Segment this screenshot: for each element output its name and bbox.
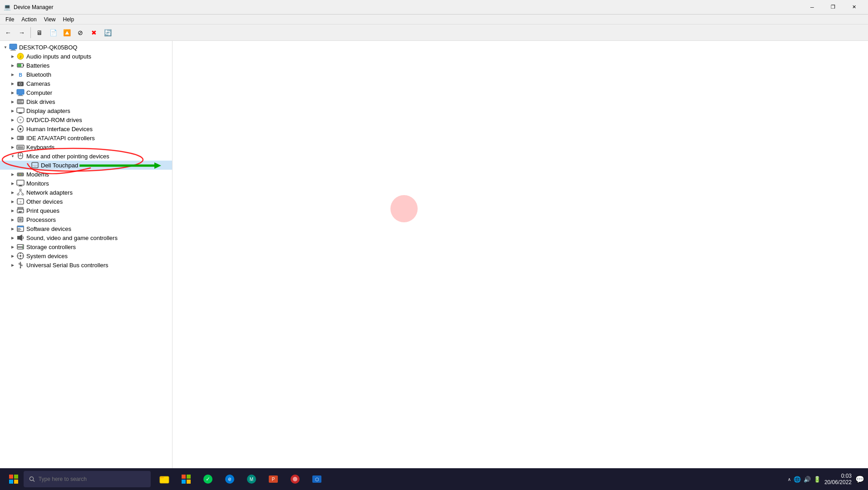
taskbar-file-explorer[interactable] — [154, 469, 174, 489]
search-bar[interactable] — [24, 471, 151, 487]
keyboards-label: Keyboards — [26, 144, 54, 151]
cameras-expander[interactable]: ▶ — [9, 80, 16, 87]
svg-line-95 — [33, 480, 35, 481]
tree-item-dell-touchpad[interactable]: ▶ Dell Touchpad — [0, 161, 172, 170]
back-button[interactable]: ← — [2, 26, 15, 39]
ide-expander[interactable]: ▶ — [9, 134, 16, 142]
disable-button[interactable]: ⊘ — [74, 26, 87, 39]
start-button[interactable] — [4, 469, 24, 489]
svg-rect-20 — [18, 113, 23, 114]
uninstall-button[interactable]: ✖ — [88, 26, 100, 39]
cameras-icon — [16, 79, 25, 88]
tree-item-computer[interactable]: ▶ Computer — [0, 88, 172, 97]
svg-point-94 — [30, 477, 33, 480]
modems-expander[interactable]: ▶ — [9, 171, 16, 178]
sound-expander[interactable]: ▶ — [9, 234, 16, 241]
usb-label: Universal Serial Bus controllers — [26, 262, 108, 269]
search-icon — [29, 476, 35, 482]
display-icon — [16, 107, 25, 115]
tree-item-dvd[interactable]: ▶ DVD/CD-ROM drives — [0, 115, 172, 124]
taskbar-store[interactable] — [176, 469, 196, 489]
other-expander[interactable]: ▶ — [9, 198, 16, 205]
system-expander[interactable]: ▶ — [9, 252, 16, 260]
tree-item-storage[interactable]: ▶ Storage controllers — [0, 242, 172, 251]
network-icon — [16, 188, 25, 196]
tree-item-network[interactable]: ▶ Network adapters — [0, 188, 172, 197]
tree-item-mice[interactable]: ▼ Mice and other pointing devices — [0, 152, 172, 161]
root-expander[interactable]: ▼ — [2, 44, 9, 51]
search-input[interactable] — [39, 476, 145, 482]
svg-rect-6 — [23, 64, 24, 66]
processors-icon — [16, 216, 25, 224]
close-button[interactable]: ✕ — [843, 0, 864, 15]
display-adapters-expander[interactable]: ▶ — [9, 107, 16, 114]
tree-item-display-adapters[interactable]: ▶ Display adapters — [0, 106, 172, 115]
taskbar-record[interactable] — [285, 469, 305, 489]
taskbar-edge[interactable]: e — [220, 469, 240, 489]
mice-expander[interactable]: ▼ — [9, 152, 16, 160]
menu-file[interactable]: File — [2, 15, 18, 24]
tree-item-usb[interactable]: ▶ Universal Serial Bus controllers — [0, 260, 172, 270]
tree-item-bluetooth[interactable]: ▶ ʙ Bluetooth — [0, 70, 172, 79]
computer-label: Computer — [26, 89, 52, 96]
tray-chevron[interactable]: ∧ — [788, 477, 791, 482]
tree-item-batteries[interactable]: ▶ Batteries — [0, 61, 172, 70]
print-expander[interactable]: ▶ — [9, 207, 16, 214]
tree-item-ide[interactable]: ▶ IDE ATA/ATAPI controllers — [0, 133, 172, 142]
tree-root[interactable]: ▼ DESKTOP-QK05BOQ — [0, 43, 172, 52]
scan-button[interactable]: 🔄 — [101, 26, 114, 39]
modems-icon — [16, 170, 25, 178]
taskbar-powerpoint[interactable]: P — [263, 469, 283, 489]
hid-expander[interactable]: ▶ — [9, 125, 16, 132]
tree-item-software[interactable]: ▶ Software devices — [0, 224, 172, 233]
svg-rect-99 — [182, 480, 186, 484]
processors-label: Processors — [26, 216, 56, 223]
dvd-expander[interactable]: ▶ — [9, 116, 16, 123]
taskbar-app-blue[interactable]: ⬡ — [307, 469, 327, 489]
menu-action[interactable]: Action — [18, 15, 40, 24]
menu-help[interactable]: Help — [59, 15, 78, 24]
batteries-expander[interactable]: ▶ — [9, 62, 16, 69]
tree-item-sound[interactable]: ▶ Sound, video and game controllers — [0, 233, 172, 242]
tree-item-other[interactable]: ▶ ? Other devices — [0, 197, 172, 206]
tree-item-modems[interactable]: ▶ Modems — [0, 170, 172, 179]
tree-item-print[interactable]: ▶ Print queues — [0, 206, 172, 215]
tree-item-keyboards[interactable]: ▶ Keyboards — [0, 142, 172, 152]
tree-item-disk-drives[interactable]: ▶ Disk drives — [0, 97, 172, 106]
computer-button[interactable]: 🖥 — [33, 26, 46, 39]
notification-icon[interactable]: 💬 — [855, 475, 864, 484]
processors-expander[interactable]: ▶ — [9, 216, 16, 223]
storage-expander[interactable]: ▶ — [9, 243, 16, 250]
monitors-expander[interactable]: ▶ — [9, 180, 16, 187]
bluetooth-expander[interactable]: ▶ — [9, 71, 16, 78]
tray-volume-icon[interactable]: 🔊 — [804, 476, 811, 483]
software-expander[interactable]: ▶ — [9, 225, 16, 232]
app-icon: 💻 — [4, 4, 11, 11]
network-expander[interactable]: ▶ — [9, 189, 16, 196]
taskbar-clock[interactable]: 0:03 20/06/2022 — [824, 473, 852, 485]
tree-item-monitors[interactable]: ▶ Monitors — [0, 179, 172, 188]
keyboards-expander[interactable]: ▶ — [9, 143, 16, 151]
tree-item-system[interactable]: ▶ System devices — [0, 251, 172, 260]
batteries-label: Batteries — [26, 62, 49, 69]
device-tree-panel[interactable]: ▼ DESKTOP-QK05BOQ ▶ ♪ Audio inputs and o… — [0, 41, 173, 468]
taskbar-maps[interactable]: M — [242, 469, 261, 489]
forward-button[interactable]: → — [15, 26, 28, 39]
computer-expander[interactable]: ▶ — [9, 89, 16, 96]
tree-item-hid[interactable]: ▶ Human Interface Devices — [0, 124, 172, 133]
storage-icon — [16, 243, 25, 251]
audio-expander[interactable]: ▶ — [9, 53, 16, 60]
menu-view[interactable]: View — [40, 15, 59, 24]
tree-item-processors[interactable]: ▶ Processors — [0, 215, 172, 224]
tree-item-cameras[interactable]: ▶ Cameras — [0, 79, 172, 88]
minimize-button[interactable]: ─ — [802, 0, 823, 15]
taskbar-app-green[interactable]: ✓ — [198, 469, 218, 489]
update-driver-button[interactable]: 🔼 — [60, 26, 73, 39]
bluetooth-label: Bluetooth — [26, 71, 51, 78]
restore-button[interactable]: ❐ — [823, 0, 843, 15]
tree-item-audio[interactable]: ▶ ♪ Audio inputs and outputs — [0, 52, 172, 61]
usb-expander[interactable]: ▶ — [9, 261, 16, 269]
properties-button[interactable]: 📄 — [47, 26, 59, 39]
disk-drives-expander[interactable]: ▶ — [9, 98, 16, 105]
svg-rect-26 — [18, 137, 20, 139]
